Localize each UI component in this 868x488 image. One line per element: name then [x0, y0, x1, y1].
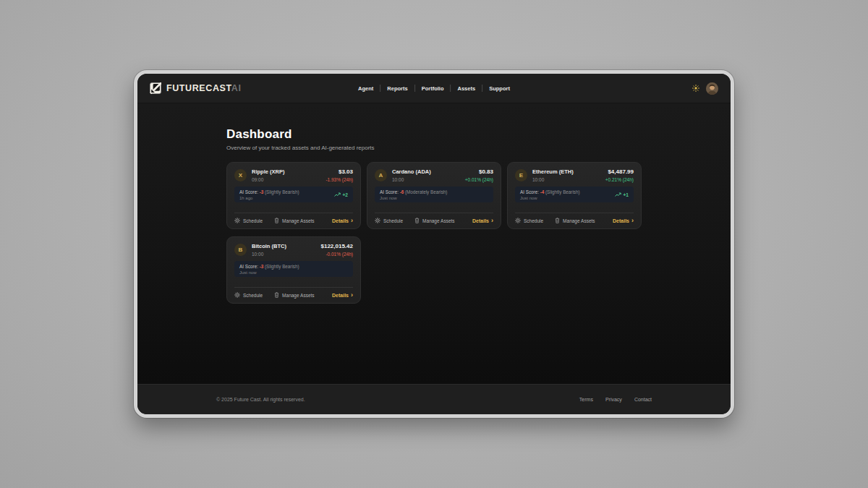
asset-price: $3.03	[326, 168, 353, 175]
schedule-button[interactable]: Schedule	[234, 218, 263, 223]
main-nav: Agent Reports Portfolio Assets Support	[358, 85, 510, 92]
ai-score-value: -6	[400, 189, 404, 194]
nav-item-portfolio[interactable]: Portfolio	[422, 85, 444, 92]
nav-separator	[482, 85, 482, 92]
ai-sentiment: (Slightly Bearish)	[265, 189, 299, 194]
ai-score-panel: AI Score: -3 (Slightly Bearish) 1h ago +…	[234, 187, 353, 203]
details-button[interactable]: Details ›	[332, 218, 353, 223]
asset-symbol-avatar: A	[375, 169, 387, 181]
asset-price: $4,487.99	[605, 168, 634, 175]
asset-time: 10:00	[392, 177, 431, 182]
ai-score-label: AI Score:	[520, 189, 539, 194]
ai-score-panel: AI Score: -3 (Slightly Bearish) Just now	[234, 261, 353, 278]
asset-card: E Ethereum (ETH) 10:00 $4,487.99 +0.21% …	[507, 162, 642, 229]
top-navbar: FUTURECASTAI Agent Reports Portfolio Ass…	[137, 74, 731, 103]
schedule-button[interactable]: Schedule	[234, 292, 263, 298]
manage-assets-button[interactable]: Manage Assets	[274, 218, 314, 223]
trash-icon	[414, 218, 420, 223]
asset-time: 10:00	[252, 252, 286, 257]
nav-item-assets[interactable]: Assets	[458, 85, 476, 92]
ai-score-panel: AI Score: -6 (Moderately Bearish) Just n…	[375, 187, 493, 203]
trend-badge: +2	[334, 192, 348, 197]
ai-score-value: -4	[540, 189, 545, 194]
asset-card-actions: Schedule Manage Assets Details ›	[375, 213, 493, 223]
brand-logo[interactable]: FUTURECASTAI	[150, 82, 242, 94]
main-content: Dashboard Overview of your tracked asset…	[137, 103, 731, 384]
gear-icon	[375, 218, 380, 223]
trash-icon	[274, 218, 279, 223]
app-window-inner: FUTURECASTAI Agent Reports Portfolio Ass…	[137, 74, 731, 414]
trend-badge: +1	[615, 192, 629, 197]
schedule-button[interactable]: Schedule	[375, 218, 403, 223]
nav-separator	[414, 85, 415, 92]
asset-card: X Ripple (XRP) 09:00 $3.03 -1.93% (24h) …	[226, 162, 361, 229]
asset-price: $122,015.42	[321, 243, 354, 249]
app-window: FUTURECASTAI Agent Reports Portfolio Ass…	[134, 70, 734, 418]
asset-card: B Bitcoin (BTC) 10:00 $122,015.42 -0.01%…	[226, 236, 361, 304]
asset-name: Cardano (ADA)	[392, 168, 431, 175]
ai-updated-time: Just now	[380, 196, 447, 200]
topbar-right-controls	[692, 82, 718, 95]
manage-assets-button[interactable]: Manage Assets	[414, 218, 454, 223]
asset-name: Ethereum (ETH)	[532, 168, 574, 175]
ai-score-label: AI Score:	[239, 264, 258, 269]
asset-card-actions: Schedule Manage Assets Details ›	[234, 213, 353, 223]
ai-updated-time: Just now	[520, 196, 580, 200]
ai-sentiment: (Slightly Bearish)	[545, 189, 580, 194]
details-label: Details	[472, 218, 489, 223]
manage-assets-button[interactable]: Manage Assets	[555, 218, 595, 223]
page-subtitle: Overview of your tracked assets and AI-g…	[226, 145, 642, 151]
asset-price: $0.83	[465, 168, 493, 175]
asset-change: +0.21% (24h)	[605, 177, 634, 182]
brand-name: FUTURECASTAI	[166, 83, 242, 93]
asset-time: 10:00	[532, 177, 574, 182]
gear-icon	[234, 292, 240, 298]
asset-symbol-avatar: E	[515, 169, 527, 181]
manage-assets-button[interactable]: Manage Assets	[274, 292, 314, 298]
trending-up-icon	[334, 192, 341, 197]
footer-link-terms[interactable]: Terms	[579, 397, 593, 402]
asset-change: -1.93% (24h)	[326, 177, 353, 182]
nav-item-reports[interactable]: Reports	[387, 85, 407, 92]
ai-updated-time: Just now	[239, 270, 299, 275]
manage-assets-label: Manage Assets	[563, 218, 595, 223]
asset-card-header: X Ripple (XRP) 09:00 $3.03 -1.93% (24h)	[234, 168, 353, 182]
footer-link-privacy[interactable]: Privacy	[605, 397, 622, 402]
asset-time: 09:00	[252, 177, 284, 182]
asset-card: A Cardano (ADA) 10:00 $0.83 +0.01% (24h)…	[367, 162, 501, 229]
user-avatar[interactable]	[706, 82, 718, 95]
details-button[interactable]: Details ›	[613, 218, 634, 223]
asset-symbol-avatar: B	[234, 244, 247, 256]
manage-assets-label: Manage Assets	[282, 293, 314, 298]
schedule-label: Schedule	[243, 218, 263, 223]
theme-toggle-sun-icon[interactable]	[692, 85, 699, 92]
copyright-text: © 2025 Future Cast. All rights reserved.	[216, 397, 305, 402]
schedule-label: Schedule	[524, 218, 543, 223]
footer-links: Terms Privacy Contact	[579, 397, 652, 402]
asset-card-grid: X Ripple (XRP) 09:00 $3.03 -1.93% (24h) …	[226, 162, 642, 304]
footer-link-contact[interactable]: Contact	[634, 397, 652, 402]
details-button[interactable]: Details ›	[332, 293, 353, 298]
page-title: Dashboard	[226, 127, 642, 142]
nav-item-agent[interactable]: Agent	[358, 85, 373, 92]
details-label: Details	[332, 218, 349, 223]
nav-item-support[interactable]: Support	[489, 85, 510, 92]
schedule-button[interactable]: Schedule	[515, 218, 543, 223]
trend-value: +2	[343, 192, 348, 197]
chevron-right-icon: ›	[351, 293, 353, 297]
asset-card-header: E Ethereum (ETH) 10:00 $4,487.99 +0.21% …	[515, 168, 634, 182]
schedule-label: Schedule	[383, 218, 403, 223]
details-label: Details	[613, 218, 629, 223]
ai-score-label: AI Score:	[239, 189, 258, 194]
details-button[interactable]: Details ›	[472, 218, 493, 223]
asset-change: -0.01% (24h)	[321, 252, 354, 257]
ai-score-value: -3	[260, 264, 264, 269]
trending-up-icon	[615, 192, 621, 197]
nav-separator	[380, 85, 380, 92]
asset-card-header: A Cardano (ADA) 10:00 $0.83 +0.01% (24h)	[375, 168, 493, 182]
asset-card-header: B Bitcoin (BTC) 10:00 $122,015.42 -0.01%…	[234, 243, 353, 257]
asset-card-actions: Schedule Manage Assets Details ›	[234, 287, 353, 298]
gear-icon	[234, 218, 240, 223]
ai-score-value: -3	[260, 189, 264, 194]
asset-name: Bitcoin (BTC)	[252, 243, 286, 249]
